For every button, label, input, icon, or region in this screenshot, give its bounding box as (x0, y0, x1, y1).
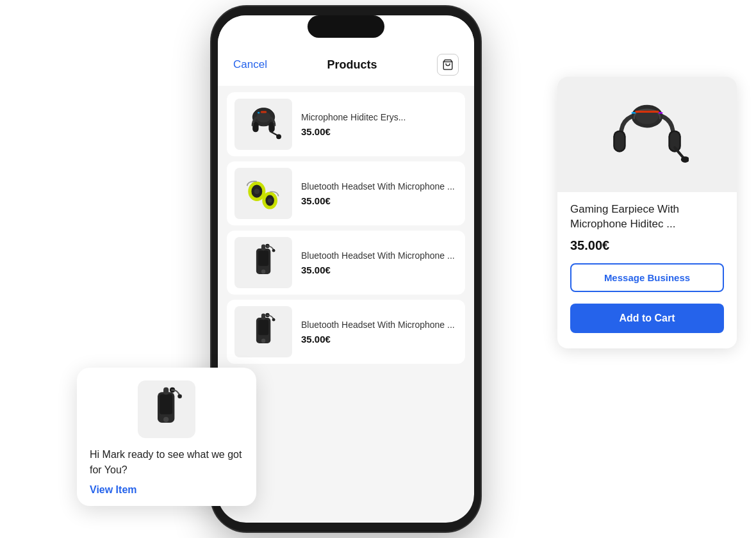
svg-rect-35 (659, 112, 663, 113)
svg-point-20 (272, 249, 275, 252)
svg-rect-39 (160, 395, 172, 414)
product-image-3 (234, 237, 292, 288)
product-info-3: Bluetooth Headset With Microphone ... 35… (301, 250, 457, 275)
popup-greeting-text: Hi Mark ready to see what we got for You… (90, 447, 243, 478)
product-detail-card: Gaming Earpiece With Microphone Hiditec … (557, 77, 737, 348)
product-info-1: Microphone Hiditec Erys... 35.00€ (301, 111, 457, 136)
svg-point-11 (254, 188, 259, 193)
card-product-title: Gaming Earpiece With Microphone Hiditec … (570, 202, 724, 232)
headset-illustration-1 (243, 107, 284, 142)
gaming-headset-large-illustration (605, 93, 689, 176)
card-body: Gaming Earpiece With Microphone Hiditec … (557, 192, 737, 253)
svg-point-14 (268, 198, 272, 202)
dynamic-island (308, 15, 384, 38)
card-product-price: 35.00€ (570, 238, 724, 253)
svg-rect-41 (163, 387, 168, 395)
app-screen: Cancel Products (218, 15, 474, 523)
clip-mic-illustration-2 (246, 313, 281, 351)
clip-mic-illustration-1 (246, 243, 281, 282)
popup-product-image (138, 380, 195, 438)
svg-rect-18 (261, 245, 265, 251)
svg-point-23 (261, 339, 265, 343)
product-item-2[interactable]: Bluetooth Headset With Microphone ... 35… (227, 161, 465, 225)
product-name-1: Microphone Hiditec Erys... (301, 111, 457, 123)
product-item-1[interactable]: Microphone Hiditec Erys... 35.00€ (227, 92, 465, 156)
product-info-2: Bluetooth Headset With Microphone ... 35… (301, 181, 457, 206)
popup-clip-mic-illustration (147, 387, 186, 432)
product-price-1: 35.00€ (301, 126, 457, 137)
product-image-2 (234, 168, 292, 219)
svg-point-43 (177, 395, 182, 399)
card-action-buttons: Message Business Add to Cart (557, 263, 737, 333)
svg-point-6 (276, 134, 281, 139)
message-business-button[interactable]: Message Business (570, 263, 724, 292)
page-title: Products (327, 58, 377, 72)
popup-notification-card: Hi Mark ready to see what we got for You… (77, 368, 256, 506)
product-image-1 (234, 99, 292, 150)
svg-point-26 (272, 318, 275, 322)
svg-point-40 (163, 417, 168, 422)
cart-icon-button[interactable] (437, 54, 459, 76)
cancel-button[interactable]: Cancel (233, 58, 267, 71)
product-name-4: Bluetooth Headset With Microphone ... (301, 319, 457, 330)
product-price-3: 35.00€ (301, 265, 457, 275)
product-item-3[interactable]: Bluetooth Headset With Microphone ... 35… (227, 231, 465, 295)
view-item-link[interactable]: View Item (90, 484, 243, 496)
add-to-cart-button[interactable]: Add to Cart (570, 304, 724, 333)
product-info-4: Bluetooth Headset With Microphone ... 35… (301, 319, 457, 344)
svg-rect-16 (258, 250, 268, 266)
product-image-4 (234, 306, 292, 357)
svg-rect-28 (615, 132, 625, 151)
svg-rect-34 (632, 112, 636, 113)
svg-rect-24 (261, 314, 265, 320)
svg-rect-7 (260, 111, 266, 113)
svg-rect-8 (258, 111, 259, 113)
product-price-2: 35.00€ (301, 195, 457, 206)
product-name-2: Bluetooth Headset With Microphone ... (301, 181, 457, 192)
product-price-4: 35.00€ (301, 334, 457, 345)
svg-rect-33 (635, 111, 659, 113)
earbuds-illustration (241, 176, 286, 211)
svg-rect-22 (258, 320, 268, 335)
svg-point-17 (261, 270, 265, 273)
product-item-4[interactable]: Bluetooth Headset With Microphone ... 35… (227, 300, 465, 364)
shopping-bag-icon (442, 59, 454, 70)
product-name-3: Bluetooth Headset With Microphone ... (301, 250, 457, 261)
card-product-image (557, 77, 737, 192)
product-list: Microphone Hiditec Erys... 35.00€ (218, 86, 474, 370)
